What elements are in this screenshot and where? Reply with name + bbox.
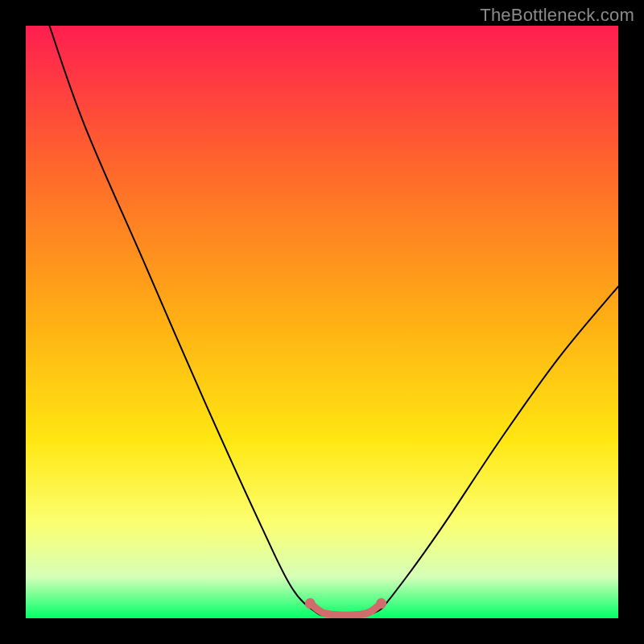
svg-point-2	[376, 598, 386, 609]
watermark-text: TheBottleneck.com	[480, 5, 634, 26]
bottleneck-curve	[49, 26, 618, 616]
valley-highlight	[310, 604, 381, 616]
chart-canvas: TheBottleneck.com	[0, 0, 644, 644]
plot-area	[26, 26, 618, 618]
plot-curves	[26, 26, 618, 618]
svg-point-1	[305, 598, 316, 609]
